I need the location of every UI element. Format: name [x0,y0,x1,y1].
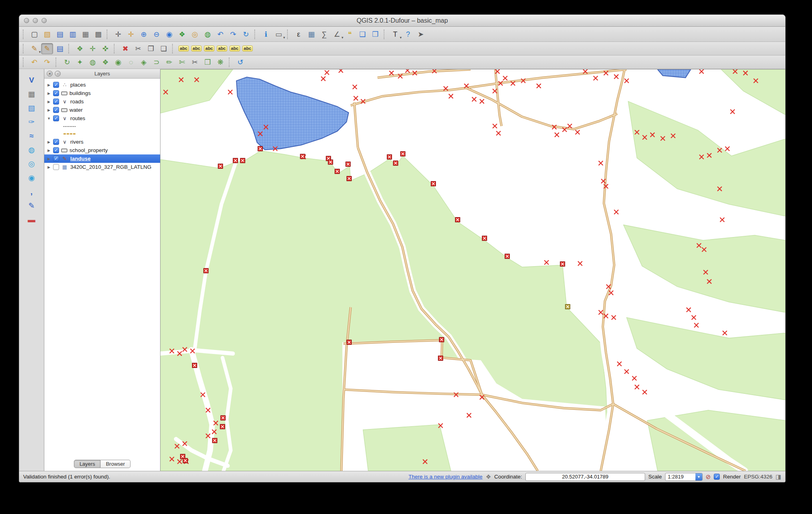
panel-tab-browser[interactable]: Browser [101,460,131,468]
add-vector-layer-button[interactable]: V [24,74,39,86]
layer-row-3420C_2010_327_RGB_LATLNG[interactable]: ▶▦3420C_2010_327_RGB_LATLNG [44,163,160,171]
close-window-button[interactable] [24,18,29,23]
collapse-icon[interactable]: ▼ [47,117,51,121]
layer-row-school_property[interactable]: ▶✓school_property [44,146,160,154]
expand-icon[interactable]: ▶ [47,100,51,104]
symbology-item[interactable] [44,130,160,138]
toolbar-handle[interactable] [23,57,26,67]
layer-row-buildings[interactable]: ▶✓buildings [44,89,160,97]
expand-icon[interactable]: ▶ [47,108,51,112]
pan-map-button[interactable]: ✛ [112,29,124,40]
toolbar-handle[interactable] [384,30,387,39]
layer-visibility-checkbox[interactable]: ✓ [53,139,59,145]
expand-icon[interactable]: ▶ [47,91,51,95]
delete-selected-button[interactable]: ✖ [119,43,131,54]
change-label-properties-button[interactable]: abc [242,43,254,54]
layer-visibility-checkbox[interactable]: ✓ [53,99,59,105]
map-tips-button[interactable]: ❝ [344,29,356,40]
new-project-button[interactable]: ▢ [28,29,40,40]
move-feature-button[interactable]: ✛ [87,43,99,54]
panel-close-icon[interactable]: ✕ [47,71,53,77]
statistical-summary-button[interactable]: ∑ [318,29,330,40]
zoom-last-button[interactable]: ↶ [214,29,226,40]
redo-button[interactable]: ↷ [41,57,53,68]
new-shapefile-layer-button[interactable]: ✎ [24,200,39,212]
pin-unpin-labels-button[interactable]: abc [190,43,202,54]
add-ring-button[interactable]: ◍ [87,57,99,68]
layer-visibility-checkbox[interactable]: ✓ [53,90,59,96]
layer-visibility-checkbox[interactable]: ✓ [53,147,59,153]
dropdown-arrow-icon[interactable]: ▾ [400,36,402,40]
layer-visibility-checkbox[interactable]: ✓ [53,156,59,162]
crs-selector-icon[interactable]: ◨ [776,473,781,480]
zoom-to-layer-button[interactable]: ◍ [202,29,214,40]
open-project-button[interactable]: ▧ [41,29,53,40]
select-features-button[interactable]: ▭▾ [273,29,285,40]
delete-part-button[interactable]: ◈ [138,57,150,68]
toolbar-handle[interactable] [287,30,290,39]
toolbar-handle[interactable] [23,44,26,53]
panel-tab-layers[interactable]: Layers [74,460,101,468]
move-label-button[interactable]: abc [216,43,228,54]
layer-visibility-checkbox[interactable]: ✓ [53,82,59,88]
add-mssql-layer-button[interactable]: ≈ [24,130,39,142]
zoom-next-button[interactable]: ↷ [227,29,239,40]
scale-combo[interactable]: 1:2819 ▾ [665,473,703,481]
undo-button[interactable]: ↶ [28,57,40,68]
save-layer-edits-button[interactable]: ▤ [54,43,66,54]
symbology-item[interactable] [44,123,160,130]
minimize-window-button[interactable] [33,18,38,23]
expand-icon[interactable]: ▶ [47,83,51,87]
node-tool-button[interactable]: ✜ [99,43,111,54]
add-wfs-layer-button[interactable]: ◉ [24,172,39,184]
layer-row-roads[interactable]: ▶✓∨roads [44,97,160,106]
chevron-down-icon[interactable]: ▾ [695,473,702,480]
show-hide-labels-button[interactable]: abc [203,43,215,54]
plugin-link[interactable]: There is a new plugin available [408,474,482,480]
layer-labeling-options-button[interactable]: abc [178,43,190,54]
toolbar-handle[interactable] [107,30,110,39]
zoom-window-button[interactable] [42,18,47,23]
layer-row-places[interactable]: ▶✓∴places [44,81,160,89]
toolbar-handle[interactable] [114,44,117,53]
add-feature-button[interactable]: ❖ [74,43,86,54]
offset-curve-button[interactable]: ⊃ [151,57,162,68]
new-print-composer-button[interactable]: ▦ [79,29,91,40]
rotate-point-symbols-button[interactable]: ❋ [214,57,226,68]
current-edits-button[interactable]: ✎▾ [28,43,40,54]
layer-visibility-checkbox[interactable]: ✓ [53,115,59,121]
zoom-full-extent-button[interactable]: ❖ [176,29,188,40]
toggle-editing-button[interactable]: ✎ [41,43,53,54]
open-attribute-table-button[interactable]: ▦ [305,29,317,40]
dropdown-arrow-icon[interactable]: ▾ [341,36,343,40]
layer-row-routes[interactable]: ▼✓∨routes [44,114,160,123]
text-annotation-button[interactable]: T▾ [389,29,401,40]
merge-selected-features-button[interactable]: ❒ [202,57,214,68]
toolbar-handle[interactable] [229,57,232,67]
add-delimited-text-layer-button[interactable]: , [24,186,39,198]
rotate-label-button[interactable]: abc [229,43,241,54]
add-raster-layer-button[interactable]: ▦ [24,88,39,100]
layer-visibility-checkbox[interactable] [53,164,59,170]
delete-ring-button[interactable]: ◌ [125,57,137,68]
cut-features-button[interactable]: ✂ [132,43,144,54]
toolbar-handle[interactable] [68,44,71,53]
expand-icon[interactable]: ▶ [47,140,51,144]
plugin-icon[interactable]: ❖ [486,473,491,480]
dropdown-arrow-icon[interactable]: ▾ [39,50,41,54]
zoom-in-button[interactable]: ⊕ [138,29,150,40]
save-project-button[interactable]: ▤ [54,29,66,40]
coordinate-input[interactable] [525,473,645,481]
help-contents-button[interactable]: ? [402,29,414,40]
stop-rendering-icon[interactable]: ⊘ [706,473,711,480]
layer-row-water[interactable]: ▶✓water [44,106,160,114]
panel-float-icon[interactable]: ▫ [55,71,61,77]
add-wcs-layer-button[interactable]: ◎ [24,158,39,170]
add-spatialite-layer-button[interactable]: ✑ [24,116,39,128]
add-postgis-layer-button[interactable]: ▧ [24,102,39,114]
paste-features-button[interactable]: ❏ [158,43,170,54]
rotate-feature-button[interactable]: ↻ [61,57,73,68]
check-geometries-button[interactable]: ↺ [234,57,246,68]
identify-features-button[interactable]: ℹ [260,29,272,40]
composer-manager-button[interactable]: ▩ [92,29,104,40]
